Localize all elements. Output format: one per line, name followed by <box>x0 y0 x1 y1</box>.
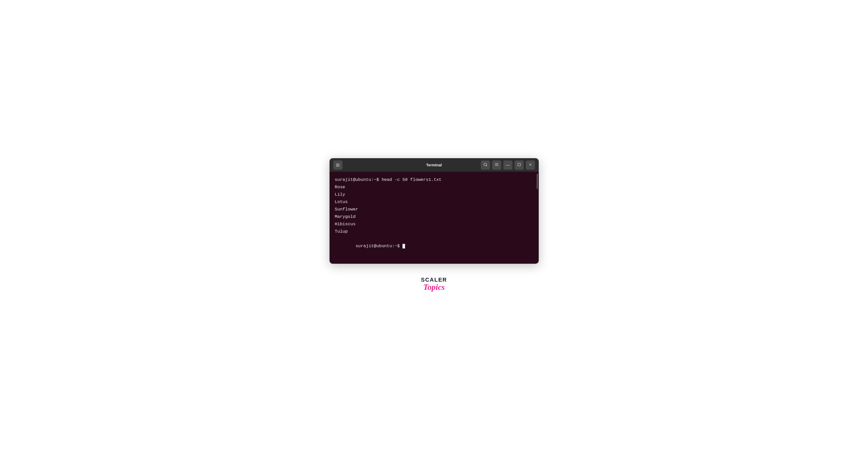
terminal-body[interactable]: surajit@ubuntu:~$ head -c 50 flowers1.tx… <box>330 172 536 263</box>
output-rose: Rose <box>335 184 531 191</box>
output-hibiscus: Hibiscus <box>335 221 531 228</box>
output-lotus: Lotus <box>335 198 531 206</box>
output-marygold: Marygold <box>335 213 531 221</box>
svg-line-1 <box>486 166 487 166</box>
maximize-button[interactable] <box>515 160 524 170</box>
window-title: Terminal <box>426 163 442 167</box>
scrollbar-thumb[interactable] <box>537 174 538 189</box>
minimize-icon: — <box>506 163 510 167</box>
titlebar-controls: — <box>481 160 535 170</box>
output-sunflower: Sunflower <box>335 206 531 213</box>
maximize-icon <box>517 163 521 167</box>
output-lily: Lily <box>335 191 531 198</box>
terminal-window: ⊞ Terminal <box>330 158 539 264</box>
menu-button[interactable] <box>492 160 501 170</box>
command-line: surajit@ubuntu:~$ head -c 50 flowers1.tx… <box>335 176 531 184</box>
output-tulup: Tulup <box>335 228 531 235</box>
prompt-text: surajit@ubuntu:~$ <box>355 244 402 249</box>
svg-rect-5 <box>518 163 520 166</box>
titlebar-left: ⊞ <box>333 160 342 170</box>
branding: SCALER Topics <box>421 277 447 292</box>
cursor <box>402 244 405 249</box>
search-button[interactable] <box>481 160 490 170</box>
prompt-line: surajit@ubuntu:~$ <box>335 235 531 258</box>
close-icon <box>529 163 532 167</box>
titlebar-center: Terminal <box>426 163 442 167</box>
minimize-button[interactable]: — <box>503 160 513 170</box>
brand-topics-text: Topics <box>423 283 444 292</box>
titlebar: ⊞ Terminal <box>330 158 538 172</box>
menu-icon <box>495 162 499 168</box>
search-icon <box>484 162 488 168</box>
new-tab-button[interactable]: ⊞ <box>333 160 342 170</box>
scrollbar-track[interactable] <box>536 172 538 263</box>
close-button[interactable] <box>526 160 535 170</box>
new-tab-icon: ⊞ <box>336 163 340 167</box>
